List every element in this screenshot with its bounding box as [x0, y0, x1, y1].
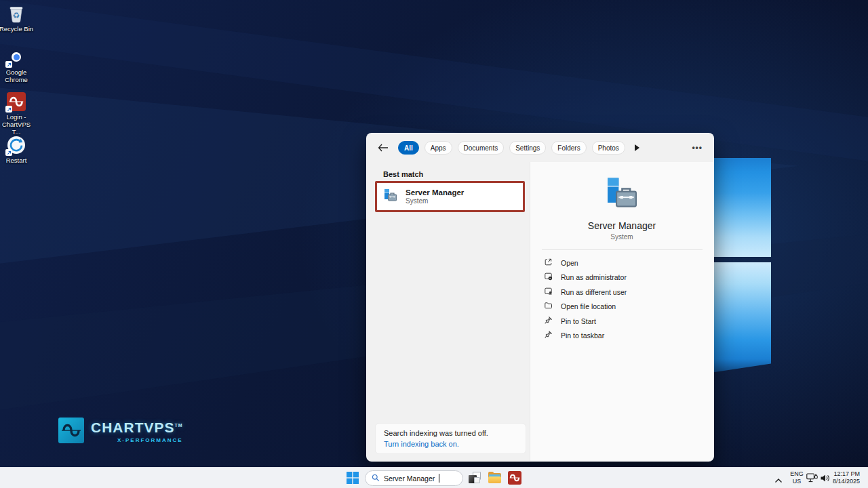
action-run-as-administrator[interactable]: Run as administrator — [530, 270, 713, 285]
indexing-notice-card: Search indexing was turned off. Turn ind… — [375, 423, 526, 454]
best-match-result-server-manager[interactable]: Server Manager System — [375, 181, 525, 212]
tray-date: 8/14/2025 — [827, 478, 860, 485]
desktop-icon-recycle-bin[interactable]: ♻ Recycle Bin — [0, 4, 35, 33]
tray-network-icon[interactable] — [806, 473, 818, 486]
restart-icon — [7, 136, 26, 155]
tray-time: 12:17 PM — [827, 470, 860, 478]
tray-clock[interactable]: 12:17 PM 8/14/2025 — [827, 470, 860, 485]
desktop-icon-restart[interactable]: Restart — [0, 136, 35, 164]
action-list: Open Run as administrator Run as differe… — [530, 256, 713, 343]
result-subtitle: System — [406, 197, 464, 205]
folder-outline-icon — [544, 300, 553, 312]
pin-icon — [544, 329, 553, 342]
shortcut-arrow-icon — [5, 106, 12, 113]
tab-folders[interactable]: Folders — [551, 141, 586, 155]
search-tab-bar: All Apps Documents Settings Folders Phot… — [367, 134, 713, 162]
detail-subtitle: System — [610, 233, 633, 241]
open-external-icon — [544, 257, 553, 269]
result-detail-pane: Server Manager System Open Run as admini… — [530, 162, 713, 461]
indexing-notice-link[interactable]: Turn indexing back on. — [384, 439, 517, 449]
chartvps-logo-icon — [58, 418, 84, 443]
taskbar: Server Manager ENG US — [0, 467, 868, 488]
tray-chevron-up-icon[interactable] — [774, 474, 783, 487]
tab-settings[interactable]: Settings — [509, 141, 546, 155]
options-ellipsis-icon[interactable]: ••• — [692, 143, 703, 152]
detail-divider — [542, 249, 703, 250]
search-results-column: Best match Server Manager — [367, 162, 530, 461]
action-pin-to-start[interactable]: Pin to Start — [530, 314, 713, 329]
file-explorer-button[interactable] — [488, 471, 502, 485]
run-user-icon — [544, 286, 553, 298]
text-caret — [439, 474, 439, 483]
taskbar-search-box[interactable]: Server Manager — [365, 470, 463, 486]
result-title: Server Manager — [406, 188, 464, 197]
indexing-notice-text: Search indexing was turned off. — [384, 428, 517, 438]
action-run-as-different-user[interactable]: Run as different user — [530, 285, 713, 300]
taskbar-search-value: Server Manager — [384, 474, 435, 483]
tab-all[interactable]: All — [398, 141, 419, 155]
server-manager-icon — [603, 174, 641, 215]
desktop-icon-google-chrome[interactable]: Google Chrome — [0, 47, 35, 83]
tab-photos[interactable]: Photos — [592, 141, 625, 155]
tab-documents[interactable]: Documents — [458, 141, 505, 155]
search-icon — [372, 472, 380, 485]
tab-apps[interactable]: Apps — [425, 141, 452, 155]
svg-text:♻: ♻ — [13, 11, 20, 20]
chartvps-app-icon — [508, 471, 521, 485]
run-admin-icon — [544, 271, 553, 283]
desktop-icon-label: Restart — [6, 157, 27, 164]
desktop-icon-label: Recycle Bin — [0, 25, 33, 33]
task-view-button[interactable] — [468, 471, 481, 485]
action-pin-to-taskbar[interactable]: Pin to taskbar — [530, 329, 713, 344]
desktop-icon-login-chartvps[interactable]: Login - ChartVPS T... — [0, 92, 35, 136]
chartvps-app-icon — [7, 92, 26, 111]
detail-title: Server Manager — [588, 220, 656, 231]
search-flyout-panel: All Apps Documents Settings Folders Phot… — [366, 133, 714, 462]
desktop-icon-label: Login - ChartVPS T... — [0, 113, 35, 136]
recycle-bin-icon: ♻ — [7, 4, 26, 23]
chartvps-watermark: CHARTVPSTM X-PERFORMANCE — [58, 418, 183, 443]
chartvps-taskbar-button[interactable] — [508, 471, 521, 485]
back-icon[interactable] — [378, 142, 390, 154]
action-open-file-location[interactable]: Open file location — [530, 300, 713, 314]
action-open[interactable]: Open — [530, 256, 713, 270]
watermark-brand: CHARTVPSTM — [91, 418, 183, 436]
best-match-heading: Best match — [383, 170, 530, 178]
more-tabs-icon[interactable] — [635, 144, 639, 151]
desktop-icon-label: Google Chrome — [0, 68, 35, 83]
pin-icon — [544, 315, 553, 327]
watermark-tagline: X-PERFORMANCE — [117, 437, 183, 443]
start-button[interactable] — [345, 470, 360, 485]
desktop-screen: ♻ Recycle Bin Google Chrome Login - Char… — [0, 0, 868, 488]
chrome-icon — [7, 47, 26, 66]
tray-language-switcher[interactable]: ENG US — [788, 470, 806, 485]
server-manager-icon — [382, 187, 399, 206]
shortcut-arrow-icon — [5, 149, 12, 156]
shortcut-arrow-icon — [5, 61, 12, 68]
